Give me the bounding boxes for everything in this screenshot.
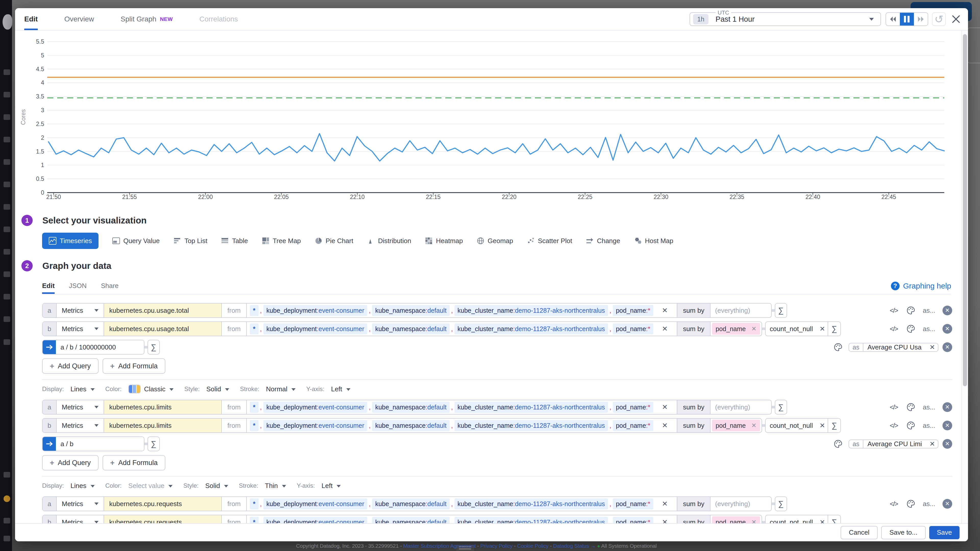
- remove-formula-icon[interactable]: ✕: [942, 342, 952, 352]
- tab-overview[interactable]: Overview: [64, 8, 94, 30]
- sidebar-nav-icon[interactable]: [3, 536, 10, 541]
- display-value[interactable]: Lines: [70, 385, 86, 393]
- sidebar-nav-icon[interactable]: [3, 204, 10, 210]
- alias-input[interactable]: Average CPU Usa: [863, 343, 927, 351]
- sidebar-nav-icon[interactable]: [3, 518, 10, 524]
- viz-timeseries[interactable]: Timeseries: [42, 233, 99, 249]
- filter-tags[interactable]: * ,kube_deployment:event-consumer,kube_n…: [247, 497, 677, 511]
- add-query-button[interactable]: +Add Query: [42, 359, 99, 374]
- filter-tags[interactable]: * ,kube_deployment:event-consumer,kube_n…: [247, 419, 677, 432]
- viz-host-map[interactable]: Host Map: [634, 233, 673, 249]
- source-select[interactable]: Metrics: [57, 400, 104, 414]
- filter-tag[interactable]: pod_name:*: [613, 420, 653, 431]
- filter-tags[interactable]: * ,kube_deployment:event-consumer,kube_n…: [247, 400, 677, 414]
- tab-graph-share[interactable]: Share: [101, 282, 118, 294]
- close-icon[interactable]: [950, 13, 962, 25]
- sidebar-nav-icon[interactable]: [3, 159, 10, 165]
- filter-tag[interactable]: kube_deployment:event-consumer: [263, 305, 368, 316]
- remove-query-icon[interactable]: ✕: [942, 421, 952, 430]
- aggregator-button[interactable]: ∑: [828, 419, 840, 432]
- filter-tags[interactable]: * ,kube_deployment:event-consumer,kube_n…: [247, 322, 677, 336]
- clear-filters-icon[interactable]: ✕: [656, 421, 674, 430]
- pause-button[interactable]: [900, 13, 914, 25]
- tab-correlations[interactable]: Correlations: [199, 8, 238, 30]
- clear-filters-icon[interactable]: ✕: [656, 500, 674, 508]
- sidebar-nav-icon[interactable]: [3, 472, 10, 478]
- filter-tag[interactable]: kube_cluster_name:demo-11287-aks-northce…: [455, 324, 608, 334]
- cancel-button[interactable]: Cancel: [841, 526, 878, 539]
- filter-tag[interactable]: kube_cluster_name:demo-11287-aks-northce…: [455, 499, 608, 510]
- sidebar-nav-icon[interactable]: [3, 272, 10, 277]
- remove-tag-icon[interactable]: ✕: [751, 422, 756, 429]
- filter-tag[interactable]: kube_deployment:event-consumer: [263, 324, 368, 334]
- function-name[interactable]: count_not_null: [765, 419, 817, 432]
- viz-distribution[interactable]: Distribution: [367, 233, 411, 249]
- link-privacy-policy[interactable]: Privacy Policy: [480, 543, 513, 549]
- viz-top-list[interactable]: Top List: [173, 233, 207, 249]
- filter-tag[interactable]: kube_deployment:event-consumer: [263, 420, 368, 431]
- stroke-value[interactable]: Thin: [265, 482, 278, 490]
- filter-tag[interactable]: kube_deployment:event-consumer: [263, 402, 368, 413]
- filter-tag[interactable]: kube_deployment:event-consumer: [263, 499, 368, 510]
- aggregator-button[interactable]: ∑: [148, 340, 160, 354]
- time-range-selector[interactable]: UTC 1h Past 1 Hour: [690, 12, 881, 26]
- palette-icon[interactable]: [834, 440, 842, 448]
- code-icon[interactable]: </>: [890, 325, 898, 333]
- graphing-help-link[interactable]: ? Graphing help: [891, 282, 951, 294]
- filter-tag[interactable]: pod_name:*: [613, 499, 653, 510]
- remove-query-icon[interactable]: ✕: [942, 402, 952, 412]
- timeseries-chart[interactable]: 00.511.522.533.544.555.521:5021:5522:002…: [15, 31, 961, 210]
- remove-function-icon[interactable]: ✕: [817, 419, 828, 432]
- aggregator-button[interactable]: ∑: [775, 496, 787, 511]
- aggregator-button[interactable]: ∑: [828, 322, 840, 336]
- group-by-input[interactable]: (everything): [711, 303, 771, 318]
- metric-input[interactable]: kubernetes.cpu.limits: [104, 419, 222, 432]
- sidebar-nav-icon[interactable]: [3, 69, 10, 75]
- remove-query-icon[interactable]: ✕: [942, 324, 952, 333]
- filter-tag[interactable]: kube_cluster_name:demo-11287-aks-northce…: [455, 420, 608, 431]
- code-icon[interactable]: </>: [890, 403, 898, 411]
- palette-icon[interactable]: [907, 421, 915, 430]
- formula-input[interactable]: a / b / 1000000000: [56, 340, 144, 354]
- sidebar-nav-icon[interactable]: [3, 316, 10, 322]
- color-value[interactable]: Select value: [128, 482, 165, 490]
- clear-filters-icon[interactable]: ✕: [656, 403, 674, 411]
- link-datadog-status[interactable]: Datadog Status: [553, 543, 589, 549]
- remove-query-icon[interactable]: ✕: [942, 306, 952, 315]
- group-by-input[interactable]: (everything): [711, 400, 771, 414]
- forward-button[interactable]: [914, 13, 928, 25]
- viz-table[interactable]: Table: [221, 233, 248, 249]
- group-by-tag[interactable]: pod_name✕: [711, 322, 762, 336]
- clear-filters-icon[interactable]: ✕: [656, 306, 674, 314]
- sidebar-nav-icon[interactable]: [3, 227, 10, 232]
- style-value[interactable]: Solid: [205, 482, 220, 490]
- viz-heatmap[interactable]: Heatmap: [425, 233, 463, 249]
- sidebar-nav-icon[interactable]: [3, 182, 10, 187]
- scope-star-tag[interactable]: *: [250, 305, 259, 316]
- add-query-button[interactable]: +Add Query: [42, 455, 99, 470]
- color-value[interactable]: Classic: [144, 385, 165, 393]
- clear-alias-icon[interactable]: ✕: [927, 440, 938, 448]
- palette-icon[interactable]: [907, 499, 915, 508]
- filter-tag[interactable]: kube_cluster_name:demo-11287-aks-northce…: [455, 305, 608, 316]
- clear-filters-icon[interactable]: ✕: [656, 325, 674, 333]
- alias-input[interactable]: Average CPU Limi: [863, 440, 927, 448]
- source-select[interactable]: Metrics: [57, 419, 104, 432]
- remove-tag-icon[interactable]: ✕: [751, 325, 756, 332]
- save-button[interactable]: Save: [929, 526, 959, 539]
- sidebar-nav-icon[interactable]: [3, 137, 10, 142]
- alias-button[interactable]: as...: [923, 500, 935, 508]
- aggregator-button[interactable]: ∑: [775, 303, 787, 318]
- add-formula-button[interactable]: +Add Formula: [103, 455, 165, 470]
- sidebar-nav-icon[interactable]: [3, 92, 10, 97]
- stroke-value[interactable]: Normal: [266, 385, 287, 393]
- filter-tag[interactable]: kube_cluster_name:demo-11287-aks-northce…: [455, 402, 608, 413]
- sidebar-nav-icon[interactable]: [3, 114, 10, 120]
- sidebar-nav-icon[interactable]: [3, 339, 10, 345]
- rewind-button[interactable]: [886, 13, 900, 25]
- viz-pie-chart[interactable]: Pie Chart: [315, 233, 353, 249]
- aggregator-button[interactable]: ∑: [775, 400, 787, 414]
- source-select[interactable]: Metrics: [57, 322, 104, 336]
- aggregator-button[interactable]: ∑: [148, 437, 160, 451]
- scope-star-tag[interactable]: *: [250, 499, 259, 510]
